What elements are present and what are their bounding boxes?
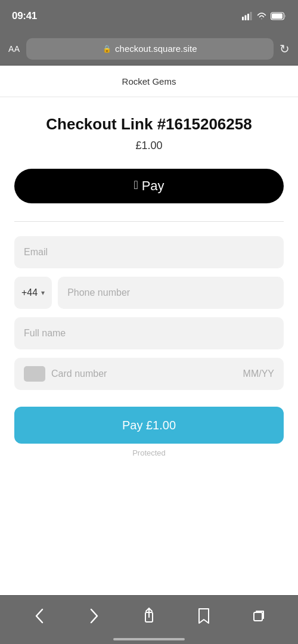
back-button[interactable] xyxy=(24,603,54,629)
phone-country-selector[interactable]: +44 ▾ xyxy=(14,277,52,309)
svg-rect-5 xyxy=(272,14,283,19)
svg-rect-3 xyxy=(250,12,252,20)
browser-refresh-button[interactable]: ↻ xyxy=(280,42,290,56)
store-name: Rocket Gems xyxy=(122,76,176,86)
phone-field-group: +44 ▾ xyxy=(14,277,284,309)
chevron-down-icon: ▾ xyxy=(41,289,45,297)
fullname-field-group xyxy=(14,317,284,349)
pay-button-label: Pay £1.00 xyxy=(122,419,176,432)
browser-url-text: checkout.square.site xyxy=(115,44,197,54)
battery-icon xyxy=(271,12,286,20)
tabs-button[interactable] xyxy=(244,603,274,629)
phone-input[interactable] xyxy=(58,277,284,309)
svg-rect-2 xyxy=(247,14,249,20)
svg-rect-1 xyxy=(245,16,247,21)
svg-rect-7 xyxy=(254,612,262,621)
apple-logo-icon:  xyxy=(134,178,138,192)
apple-pay-label: Pay xyxy=(142,178,164,194)
browser-bar: AA 🔒 checkout.square.site ↻ xyxy=(0,32,298,66)
main-content: Checkout Link #1615206258 £1.00  Pay +4… xyxy=(0,97,298,469)
apple-pay-button[interactable]:  Pay xyxy=(14,169,284,203)
store-name-bar: Rocket Gems xyxy=(0,66,298,97)
forward-button[interactable] xyxy=(79,603,109,629)
card-field-group: Card number MM/YY xyxy=(14,358,284,390)
pay-button[interactable]: Pay £1.00 xyxy=(14,407,284,444)
page-content: Rocket Gems Checkout Link #1615206258 £1… xyxy=(0,66,298,595)
status-icons xyxy=(242,12,286,20)
card-number-placeholder: Card number xyxy=(51,369,237,379)
phone-country-code: +44 xyxy=(21,287,38,298)
status-time: 09:41 xyxy=(12,10,37,22)
section-divider xyxy=(14,221,284,222)
fullname-input[interactable] xyxy=(14,317,284,349)
bottom-nav xyxy=(0,595,298,644)
home-indicator xyxy=(113,638,185,640)
browser-url-bar[interactable]: 🔒 checkout.square.site xyxy=(26,38,274,60)
email-input[interactable] xyxy=(14,236,284,268)
share-button[interactable] xyxy=(134,603,164,629)
email-field-group xyxy=(14,236,284,268)
card-expiry-placeholder: MM/YY xyxy=(243,369,274,379)
bookmarks-button[interactable] xyxy=(189,603,219,629)
card-row[interactable]: Card number MM/YY xyxy=(14,358,284,390)
protected-text: Protected xyxy=(14,444,284,457)
status-bar: 09:41 xyxy=(0,0,298,32)
card-chip-icon xyxy=(24,366,45,382)
signal-icon xyxy=(242,12,253,20)
svg-rect-0 xyxy=(242,17,244,20)
lock-icon: 🔒 xyxy=(103,45,111,53)
browser-aa-button[interactable]: AA xyxy=(8,44,20,54)
wifi-icon xyxy=(256,12,267,20)
checkout-amount: £1.00 xyxy=(14,140,284,152)
checkout-title: Checkout Link #1615206258 xyxy=(14,115,284,134)
